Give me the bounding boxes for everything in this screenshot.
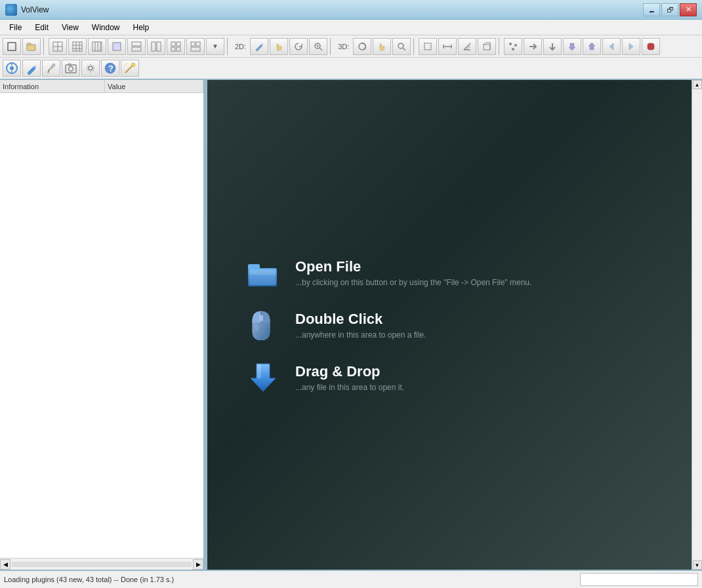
folder-icon [247,256,279,289]
btn-2d-zoom[interactable] [309,38,327,55]
svg-point-58 [131,63,135,67]
btn-2d-more[interactable] [186,38,205,55]
main-area: Information Value ◀ ▶ [0,80,702,570]
svg-rect-25 [196,42,200,46]
double-click-title: Double Click [295,311,426,328]
app-icon [5,4,17,16]
col-header-value: Value [105,80,203,92]
scroll-down-arrow[interactable]: ▼ [693,560,702,570]
svg-point-52 [69,67,73,71]
btn-scatter[interactable] [504,38,522,55]
drag-drop-title: Drag & Drop [295,363,404,380]
right-scrollbar[interactable]: ▲ ▼ [692,80,702,570]
menu-edit[interactable]: Edit [28,22,55,33]
status-progress [580,573,698,586]
svg-point-47 [10,66,14,70]
status-text: Loading plugins (43 new, 43 total) -- Do… [4,576,580,583]
btn-panel-view[interactable] [3,60,21,77]
restore-button[interactable]: 🗗 [661,3,678,16]
btn-back[interactable] [563,38,581,55]
open-file-text: Open File ...by clicking on this button … [295,258,531,287]
svg-rect-66 [249,269,276,275]
left-horizontal-scrollbar[interactable]: ◀ ▶ [0,558,203,570]
btn-3d-hand[interactable] [373,38,391,55]
toolbar-separator-3 [330,38,333,55]
btn-2d-arrow[interactable]: ▼ [206,38,224,55]
double-click-text: Double Click ...anywhere in this area to… [295,311,426,340]
menu-view[interactable]: View [55,22,85,33]
svg-point-32 [398,43,403,49]
btn-2d-grid3[interactable] [88,38,106,55]
svg-point-41 [509,43,512,45]
info-table [0,93,203,558]
svg-rect-64 [248,264,260,269]
open-file-description: ...by clicking on this button or by usin… [295,278,531,287]
welcome-open-file: Open File ...by clicking on this button … [247,256,531,289]
svg-rect-0 [8,43,16,50]
btn-next[interactable] [622,38,640,55]
btn-settings[interactable] [81,60,100,77]
minimize-button[interactable]: 🗕 [643,3,660,16]
menu-file[interactable]: File [3,22,28,33]
svg-rect-15 [113,43,121,50]
btn-stop[interactable] [642,38,660,55]
new-button[interactable] [3,38,21,55]
btn-2d-quad[interactable] [167,38,185,55]
info-table-header: Information Value [0,80,203,93]
btn-help[interactable]: ? [101,60,119,77]
btn-angle[interactable] [458,38,476,55]
svg-rect-18 [152,42,155,51]
btn-2d-pencil[interactable] [250,38,268,55]
scroll-right-arrow[interactable]: ▶ [193,559,203,570]
center-welcome-area[interactable]: Open File ...by clicking on this button … [207,80,692,570]
btn-prev[interactable] [602,38,621,55]
btn-pencil-tool[interactable] [22,60,41,77]
btn-measure[interactable] [438,38,457,55]
svg-rect-26 [191,47,200,51]
btn-2d-rotate[interactable] [289,38,308,55]
btn-2d-hand[interactable] [270,38,288,55]
svg-rect-19 [157,42,161,51]
btn-forward[interactable] [583,38,601,55]
svg-rect-20 [171,42,175,46]
btn-3d-rotate[interactable] [353,38,371,55]
btn-eyedropper[interactable] [42,60,60,77]
btn-2d-single[interactable] [108,38,126,55]
btn-2d-grid1[interactable] [49,38,67,55]
btn-2d-split-v[interactable] [147,38,165,55]
btn-2d-grid2[interactable] [68,38,87,55]
scroll-left-arrow[interactable]: ◀ [0,559,10,570]
svg-rect-6 [73,42,82,51]
btn-arrow[interactable] [524,38,542,55]
svg-rect-34 [424,43,431,50]
svg-point-42 [514,44,517,47]
svg-point-61 [124,66,125,67]
btn-3d-zoom[interactable] [392,38,411,55]
svg-point-54 [89,66,93,70]
svg-line-33 [403,48,405,50]
btn-wand[interactable] [121,60,139,77]
open-button[interactable] [22,38,41,55]
toolbar-separator-2 [227,38,230,55]
scroll-track[interactable] [12,562,192,567]
svg-line-57 [125,66,133,73]
toolbar-separator-4 [413,38,416,55]
scroll-up-arrow[interactable]: ▲ [693,80,702,89]
close-button[interactable]: ✕ [680,3,697,16]
drag-drop-description: ...any file in this area to open it. [295,383,404,392]
panel-toolbar: ? [0,58,702,80]
btn-snapshot[interactable] [62,60,80,77]
svg-rect-22 [171,47,175,51]
btn-crop[interactable] [419,38,437,55]
toolbar-separator-5 [499,38,501,55]
btn-3d-view[interactable] [478,38,496,55]
svg-point-59 [125,64,127,65]
menu-window[interactable]: Window [85,22,127,33]
btn-2d-split-h[interactable] [127,38,146,55]
svg-point-43 [512,48,514,50]
svg-rect-24 [191,42,195,46]
drag-drop-text: Drag & Drop ...any file in this area to … [295,363,404,392]
svg-point-60 [127,62,129,64]
btn-arrow2[interactable] [543,38,562,55]
menu-help[interactable]: Help [127,22,156,33]
